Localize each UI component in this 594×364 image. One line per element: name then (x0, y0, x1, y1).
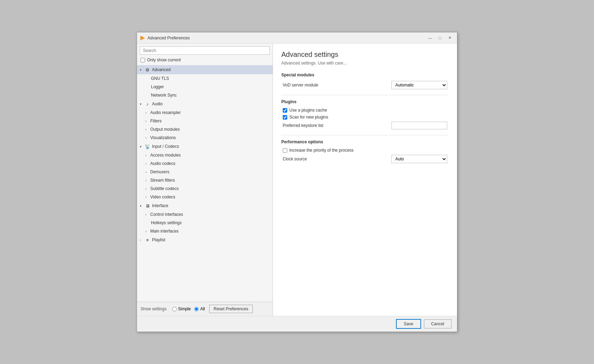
tree-item-stream-filters[interactable]: › Stream filters (137, 176, 273, 184)
window-controls: — □ ✕ (426, 35, 454, 41)
app-icon (140, 35, 145, 41)
preferred-keystore-input[interactable] (391, 122, 447, 129)
clock-source-select[interactable]: Auto Default Monotonic (391, 155, 447, 163)
chevron-right-icon: › (145, 136, 150, 140)
tree-item-gnu-tls[interactable]: GNU TLS (137, 74, 273, 83)
show-settings-panel: Show settings Simple All Reset Preferenc… (137, 302, 273, 316)
section-title-special-modules: Special modules (281, 73, 449, 77)
chevron-right-icon: › (145, 213, 150, 217)
chevron-right-icon: › (145, 195, 150, 199)
show-settings-label: Show settings (140, 306, 167, 311)
section-title-plugins: Plugins (281, 99, 449, 104)
section-title-performance: Performance options (281, 139, 449, 144)
tree-item-main-interfaces[interactable]: › Main interfaces (137, 227, 273, 235)
tree-label-interface: Interface (152, 203, 168, 208)
tree-label-input-codecs: Input / Codecs (152, 144, 179, 149)
chevron-down-icon: ▾ (140, 204, 145, 208)
tree-item-audio[interactable]: ▾ ♪ Audio (137, 99, 273, 108)
increase-priority-label[interactable]: Increase the priority of the process (289, 148, 353, 153)
tree-item-output-modules[interactable]: › Output modules (137, 125, 273, 134)
vod-server-module-control: Automatic None (391, 81, 447, 89)
use-plugins-cache-checkbox[interactable] (283, 108, 287, 113)
tree-item-demuxers[interactable]: › Demuxers (137, 168, 273, 176)
tree-label-network-sync: Network Sync (151, 93, 177, 98)
tree-item-audio-codecs[interactable]: › Audio codecs (137, 159, 273, 168)
scan-new-plugins-checkbox[interactable] (283, 115, 287, 120)
chevron-right-icon: › (145, 229, 150, 233)
checkbox-row-scan-new-plugins: Scan for new plugins (281, 115, 449, 120)
tree-label-subtitle-codecs: Subtitle codecs (150, 186, 178, 191)
tree-container[interactable]: ▾ ⚙ Advanced GNU TLS Logger Network (137, 65, 273, 302)
vod-server-module-select[interactable]: Automatic None (391, 81, 447, 89)
chevron-right-icon: › (145, 179, 150, 182)
radio-group: Simple All (172, 306, 205, 311)
tree-item-logger[interactable]: Logger (137, 83, 273, 91)
action-bar: Save Cancel (137, 316, 457, 332)
reset-preferences-button[interactable]: Reset Preferences (209, 305, 253, 313)
tree-item-visualizations[interactable]: › Visualizations (137, 134, 273, 142)
increase-priority-checkbox[interactable] (283, 148, 287, 153)
tree-label-control-interfaces: Control interfaces (150, 212, 183, 217)
divider-1 (281, 95, 449, 95)
only-show-current-label[interactable]: Only show current (147, 58, 181, 62)
divider-2 (281, 135, 449, 135)
only-show-current-row: Only show current (137, 58, 273, 65)
tree-item-playlist[interactable]: › ≡ Playlist (137, 235, 273, 244)
only-show-current-checkbox[interactable] (140, 58, 145, 62)
chevron-right-icon: › (145, 128, 150, 131)
tree-item-subtitle-codecs[interactable]: › Subtitle codecs (137, 184, 273, 193)
radio-all-label[interactable]: All (200, 306, 205, 311)
tree-item-hotkeys-settings[interactable]: Hotkeys settings (137, 219, 273, 227)
setting-row-clock-source: Clock source Auto Default Monotonic (281, 155, 449, 163)
tree-label-output-modules: Output modules (150, 127, 180, 132)
tree-item-network-sync[interactable]: Network Sync (137, 91, 273, 99)
radio-simple-label[interactable]: Simple (178, 306, 191, 311)
chevron-right-icon: › (145, 111, 150, 115)
radio-simple-option[interactable]: Simple (172, 306, 191, 311)
clock-source-label: Clock source (283, 157, 391, 161)
tree-label-audio-resampler: Audio resampler (150, 110, 181, 115)
tree-item-access-modules[interactable]: › Access modules (137, 151, 273, 159)
radio-all-input[interactable] (194, 307, 199, 311)
tree-label-demuxers: Demuxers (150, 169, 169, 174)
setting-row-vod: VoD server module Automatic None (281, 81, 449, 89)
chevron-right-icon: › (145, 162, 150, 166)
tree-label-advanced: Advanced (152, 67, 170, 72)
tree-item-audio-resampler[interactable]: › Audio resampler (137, 108, 273, 117)
tree-item-filters[interactable]: › Filters (137, 117, 273, 125)
advanced-icon: ⚙ (145, 67, 150, 73)
tree-label-main-interfaces: Main interfaces (150, 229, 178, 234)
tree-label-hotkeys-settings: Hotkeys settings (151, 220, 182, 225)
interface-icon: 🖥 (145, 203, 150, 208)
page-title: Advanced settings (281, 51, 449, 59)
tree-label-playlist: Playlist (152, 237, 165, 242)
tree-label-gnu-tls: GNU TLS (151, 76, 169, 81)
search-input[interactable] (140, 46, 270, 55)
tree-label-visualizations: Visualizations (150, 135, 176, 140)
preferred-keystore-label: Preferred keystore list (283, 123, 391, 128)
scan-new-plugins-label[interactable]: Scan for new plugins (289, 115, 328, 120)
save-button[interactable]: Save (396, 319, 421, 329)
chevron-right-icon: › (145, 119, 150, 123)
tree-item-video-codecs[interactable]: › Video codecs (137, 193, 273, 201)
tree-item-control-interfaces[interactable]: › Control interfaces (137, 210, 273, 219)
tree-label-filters: Filters (150, 119, 162, 123)
clock-source-control: Auto Default Monotonic (391, 155, 447, 163)
playlist-icon: ≡ (145, 237, 150, 243)
tree-item-interface[interactable]: ▾ 🖥 Interface (137, 201, 273, 210)
close-button[interactable]: ✕ (445, 35, 454, 41)
preferred-keystore-control (391, 122, 447, 129)
audio-icon: ♪ (145, 101, 150, 107)
tree-item-advanced[interactable]: ▾ ⚙ Advanced (137, 65, 273, 74)
tree-item-input-codecs[interactable]: ▾ 📡 Input / Codecs (137, 142, 273, 151)
svg-marker-0 (140, 36, 145, 40)
minimize-button[interactable]: — (426, 35, 435, 41)
maximize-button[interactable]: □ (435, 35, 444, 41)
chevron-down-icon: ▾ (140, 68, 145, 72)
radio-all-option[interactable]: All (194, 306, 205, 311)
radio-simple-input[interactable] (172, 307, 177, 311)
title-bar: Advanced Preferences — □ ✕ (137, 32, 457, 44)
cancel-button[interactable]: Cancel (424, 319, 451, 328)
tree-label-audio-codecs: Audio codecs (150, 161, 175, 166)
use-plugins-cache-label[interactable]: Use a plugins cache (289, 108, 327, 113)
